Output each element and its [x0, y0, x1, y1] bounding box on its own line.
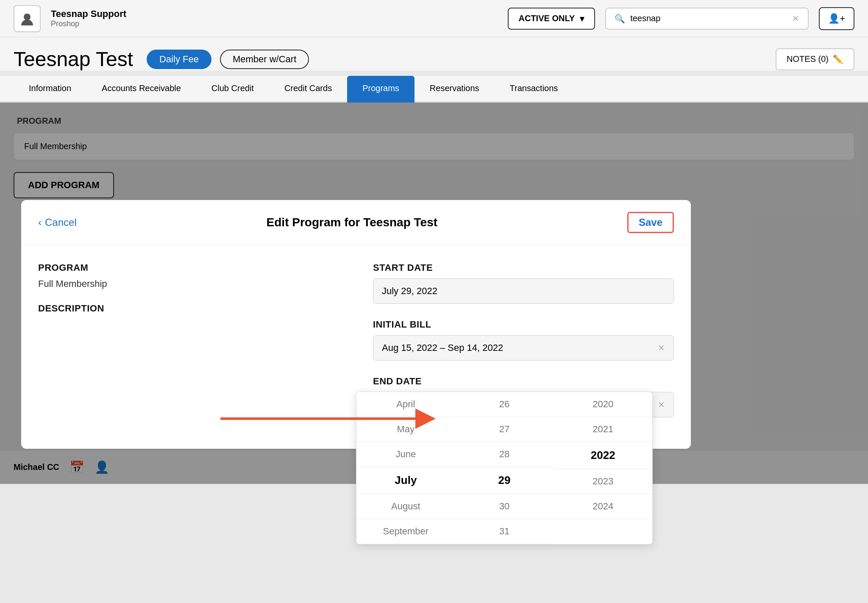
arrow-line: [220, 417, 415, 420]
program-label: PROGRAM: [38, 262, 339, 273]
day-item-29[interactable]: 29: [455, 467, 554, 494]
year-item-2024[interactable]: 2024: [554, 494, 652, 519]
day-item-31[interactable]: 31: [455, 519, 554, 544]
year-column: 2020 2021 2022 2023 2024: [554, 392, 652, 544]
page-content: PROGRAM Full Membership ADD PROGRAM ‹ Ca…: [0, 103, 868, 484]
user-avatar: [14, 5, 41, 32]
modal-header: ‹ Cancel Edit Program for Teesnap Test S…: [21, 200, 691, 245]
tab-information[interactable]: Information: [14, 76, 86, 103]
year-item-2023[interactable]: 2023: [554, 469, 652, 494]
tab-programs[interactable]: Programs: [347, 76, 415, 103]
day-item-30[interactable]: 30: [455, 494, 554, 519]
modal-title: Edit Program for Teesnap Test: [77, 216, 627, 229]
edit-icon: ✏️: [833, 54, 843, 64]
tab-club-credit[interactable]: Club Credit: [196, 76, 269, 103]
save-button[interactable]: Save: [627, 212, 674, 233]
month-item-august[interactable]: August: [356, 494, 455, 519]
daily-fee-tag[interactable]: Daily Fee: [147, 50, 211, 69]
month-item-june[interactable]: June: [356, 442, 455, 467]
top-nav: Teesnap Support Proshop ACTIVE ONLY ▾ 🔍 …: [0, 0, 868, 37]
initial-bill-label: INITIAL BILL: [373, 319, 674, 330]
initial-bill-section: INITIAL BILL Aug 15, 2022 – Sep 14, 2022…: [373, 319, 674, 361]
title-bar: Teesnap Test Daily Fee Member w/Cart NOT…: [0, 37, 868, 71]
year-item-2020[interactable]: 2020: [554, 392, 652, 417]
arrow-head: [415, 408, 436, 429]
add-user-button[interactable]: 👤+: [819, 7, 854, 30]
tab-credit-cards[interactable]: Credit Cards: [269, 76, 347, 103]
clear-search-icon[interactable]: ✕: [792, 14, 799, 24]
day-item-27[interactable]: 27: [455, 417, 554, 442]
program-value: Full Membership: [38, 278, 339, 289]
cancel-button[interactable]: ‹ Cancel: [38, 217, 77, 228]
member-with-cart-tag[interactable]: Member w/Cart: [220, 50, 309, 69]
user-name: Teesnap Support: [51, 8, 126, 19]
tabs-bar: Information Accounts Receivable Club Cre…: [0, 76, 868, 103]
user-role: Proshop: [51, 19, 126, 28]
modal-right: START DATE July 29, 2022 INITIAL BILL Au…: [373, 262, 674, 432]
start-date-section: START DATE July 29, 2022: [373, 262, 674, 304]
start-date-label: START DATE: [373, 262, 674, 273]
notes-button[interactable]: NOTES (0) ✏️: [776, 48, 854, 70]
svg-point-0: [24, 14, 31, 20]
search-icon: 🔍: [615, 14, 625, 24]
tab-accounts-receivable[interactable]: Accounts Receivable: [86, 76, 196, 103]
day-column: 26 27 28 29 30 31: [455, 392, 554, 544]
clear-end-date-icon[interactable]: ✕: [658, 400, 665, 410]
modal-left: PROGRAM Full Membership DESCRIPTION: [38, 262, 339, 432]
month-item-september[interactable]: September: [356, 519, 455, 544]
add-user-icon: 👤+: [828, 13, 845, 24]
year-item-2022[interactable]: 2022: [554, 442, 652, 469]
end-date-label: END DATE: [373, 376, 674, 387]
start-date-input[interactable]: July 29, 2022: [373, 278, 674, 304]
tab-reservations[interactable]: Reservations: [415, 76, 495, 103]
day-item-28[interactable]: 28: [455, 442, 554, 467]
active-only-button[interactable]: ACTIVE ONLY ▾: [508, 8, 595, 30]
red-arrow: [220, 408, 436, 429]
initial-bill-input[interactable]: Aug 15, 2022 – Sep 14, 2022 ✕: [373, 335, 674, 361]
clear-initial-bill-icon[interactable]: ✕: [658, 343, 665, 353]
page-title: Teesnap Test: [14, 47, 133, 71]
search-input[interactable]: [630, 14, 787, 23]
description-label: DESCRIPTION: [38, 303, 339, 314]
year-item-2021[interactable]: 2021: [554, 417, 652, 442]
user-info: Teesnap Support Proshop: [51, 8, 126, 28]
month-item-july[interactable]: July: [356, 467, 455, 494]
chevron-left-icon: ‹: [38, 217, 42, 228]
day-item-26[interactable]: 26: [455, 392, 554, 417]
search-box: 🔍 ✕: [605, 8, 809, 30]
tab-transactions[interactable]: Transactions: [495, 76, 573, 103]
